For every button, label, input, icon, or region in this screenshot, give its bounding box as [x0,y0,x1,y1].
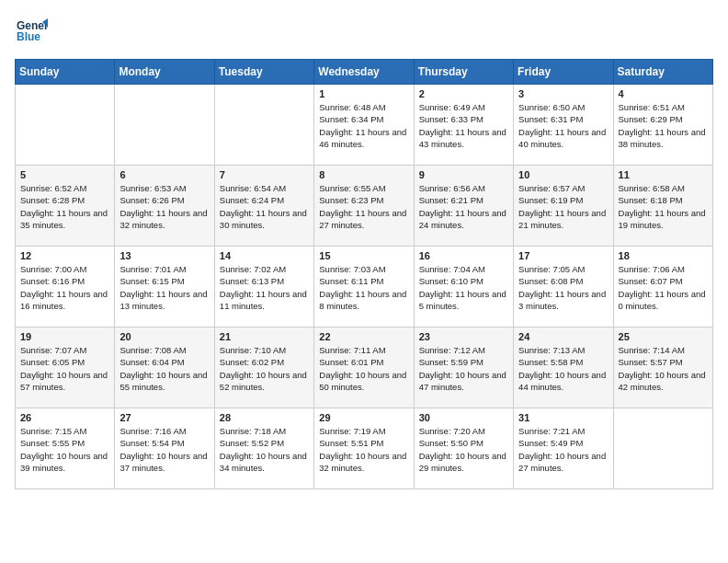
calendar-cell: 28Sunrise: 7:18 AMSunset: 5:52 PMDayligh… [214,408,313,489]
day-number: 31 [518,412,608,423]
cell-text: Daylight: 10 hours and 47 minutes. [419,369,508,394]
day-number: 11 [619,169,708,180]
day-number: 17 [518,250,608,261]
cell-text: Sunrise: 7:21 AM [518,425,608,437]
cell-text: Sunset: 5:50 PM [419,437,508,449]
day-number: 9 [419,169,508,180]
weekday-header: Tuesday [214,60,313,85]
cell-text: Daylight: 11 hours and 19 minutes. [619,207,708,232]
cell-text: Sunrise: 7:12 AM [419,344,508,356]
day-number: 18 [619,250,708,261]
day-number: 30 [419,412,508,423]
calendar-cell: 16Sunrise: 7:04 AMSunset: 6:10 PMDayligh… [414,247,513,327]
cell-text: Daylight: 11 hours and 43 minutes. [419,126,508,151]
calendar-cell: 24Sunrise: 7:13 AMSunset: 5:58 PMDayligh… [514,327,613,408]
cell-text: Sunset: 5:55 PM [20,437,109,449]
cell-text: Daylight: 10 hours and 57 minutes. [20,369,109,394]
weekday-header: Wednesday [314,60,414,85]
cell-text: Sunrise: 7:01 AM [119,263,209,275]
cell-text: Sunset: 6:21 PM [419,194,508,206]
cell-text: Daylight: 10 hours and 50 minutes. [319,369,408,394]
cell-text: Sunrise: 6:55 AM [319,182,408,194]
calendar-cell: 26Sunrise: 7:15 AMSunset: 5:55 PMDayligh… [16,408,115,489]
cell-text: Sunrise: 6:50 AM [518,101,608,113]
cell-text: Sunset: 6:34 PM [319,113,408,125]
calendar-cell: 19Sunrise: 7:07 AMSunset: 6:05 PMDayligh… [16,327,115,408]
cell-text: Sunset: 6:23 PM [319,194,408,206]
cell-text: Sunrise: 7:18 AM [220,425,309,437]
cell-text: Daylight: 10 hours and 44 minutes. [518,369,608,394]
cell-text: Daylight: 11 hours and 24 minutes. [419,207,508,232]
cell-text: Sunrise: 7:00 AM [20,263,109,275]
calendar-cell: 9Sunrise: 6:56 AMSunset: 6:21 PMDaylight… [414,166,513,247]
calendar-cell: 11Sunrise: 6:58 AMSunset: 6:18 PMDayligh… [613,166,712,247]
calendar-cell: 6Sunrise: 6:53 AMSunset: 6:26 PMDaylight… [115,166,214,247]
calendar-table: SundayMondayTuesdayWednesdayThursdayFrid… [15,59,713,489]
cell-text: Sunset: 6:07 PM [619,275,708,287]
day-number: 20 [119,331,209,342]
cell-text: Sunrise: 6:49 AM [419,101,508,113]
day-number: 23 [419,331,508,342]
calendar-cell [115,85,214,166]
calendar-cell: 31Sunrise: 7:21 AMSunset: 5:49 PMDayligh… [514,408,613,489]
cell-text: Daylight: 11 hours and 35 minutes. [20,207,109,232]
cell-text: Daylight: 11 hours and 13 minutes. [119,288,209,313]
calendar-cell: 23Sunrise: 7:12 AMSunset: 5:59 PMDayligh… [414,327,513,408]
cell-text: Sunset: 6:19 PM [518,194,608,206]
cell-text: Sunrise: 6:52 AM [20,182,109,194]
calendar-cell: 27Sunrise: 7:16 AMSunset: 5:54 PMDayligh… [115,408,214,489]
day-number: 3 [518,88,608,99]
cell-text: Daylight: 11 hours and 5 minutes. [419,288,508,313]
logo-icon: General Blue [15,15,48,48]
cell-text: Sunrise: 6:57 AM [518,182,608,194]
calendar-cell: 2Sunrise: 6:49 AMSunset: 6:33 PMDaylight… [414,85,513,166]
calendar-cell: 20Sunrise: 7:08 AMSunset: 6:04 PMDayligh… [115,327,214,408]
calendar-cell: 15Sunrise: 7:03 AMSunset: 6:11 PMDayligh… [314,247,414,327]
cell-text: Daylight: 11 hours and 46 minutes. [319,126,408,151]
day-number: 25 [619,331,708,342]
cell-text: Sunset: 6:11 PM [319,275,408,287]
cell-text: Sunset: 5:49 PM [518,437,608,449]
svg-text:Blue: Blue [17,30,40,43]
cell-text: Sunset: 5:51 PM [319,437,408,449]
cell-text: Sunset: 6:24 PM [220,194,309,206]
day-number: 22 [319,331,408,342]
day-number: 24 [518,331,608,342]
calendar-cell: 13Sunrise: 7:01 AMSunset: 6:15 PMDayligh… [115,247,214,327]
cell-text: Sunrise: 7:06 AM [619,263,708,275]
cell-text: Daylight: 11 hours and 3 minutes. [518,288,608,313]
cell-text: Daylight: 11 hours and 30 minutes. [220,207,309,232]
cell-text: Daylight: 10 hours and 42 minutes. [619,369,708,394]
cell-text: Daylight: 10 hours and 27 minutes. [518,450,608,475]
calendar-cell: 29Sunrise: 7:19 AMSunset: 5:51 PMDayligh… [314,408,414,489]
cell-text: Sunset: 5:57 PM [619,356,708,368]
day-number: 21 [220,331,309,342]
calendar-cell: 1Sunrise: 6:48 AMSunset: 6:34 PMDaylight… [314,85,414,166]
calendar-cell: 12Sunrise: 7:00 AMSunset: 6:16 PMDayligh… [16,247,115,327]
calendar-cell: 30Sunrise: 7:20 AMSunset: 5:50 PMDayligh… [414,408,513,489]
weekday-header: Friday [514,60,613,85]
cell-text: Sunrise: 6:56 AM [419,182,508,194]
cell-text: Sunrise: 7:11 AM [319,344,408,356]
cell-text: Sunrise: 7:03 AM [319,263,408,275]
cell-text: Daylight: 10 hours and 39 minutes. [20,450,109,475]
cell-text: Sunset: 6:33 PM [419,113,508,125]
cell-text: Sunset: 6:04 PM [119,356,209,368]
day-number: 1 [319,88,408,99]
cell-text: Sunrise: 7:04 AM [419,263,508,275]
cell-text: Sunset: 6:08 PM [518,275,608,287]
cell-text: Sunset: 6:10 PM [419,275,508,287]
cell-text: Sunset: 5:54 PM [119,437,209,449]
cell-text: Daylight: 11 hours and 8 minutes. [319,288,408,313]
cell-text: Sunrise: 6:54 AM [220,182,309,194]
cell-text: Sunrise: 6:48 AM [319,101,408,113]
cell-text: Sunset: 6:05 PM [20,356,109,368]
cell-text: Daylight: 10 hours and 52 minutes. [220,369,309,394]
day-number: 10 [518,169,608,180]
calendar-cell: 4Sunrise: 6:51 AMSunset: 6:29 PMDaylight… [613,85,712,166]
day-number: 5 [20,169,109,180]
calendar-cell: 18Sunrise: 7:06 AMSunset: 6:07 PMDayligh… [613,247,712,327]
cell-text: Sunset: 6:15 PM [119,275,209,287]
page-header: General Blue [15,15,713,48]
calendar-cell: 14Sunrise: 7:02 AMSunset: 6:13 PMDayligh… [214,247,313,327]
